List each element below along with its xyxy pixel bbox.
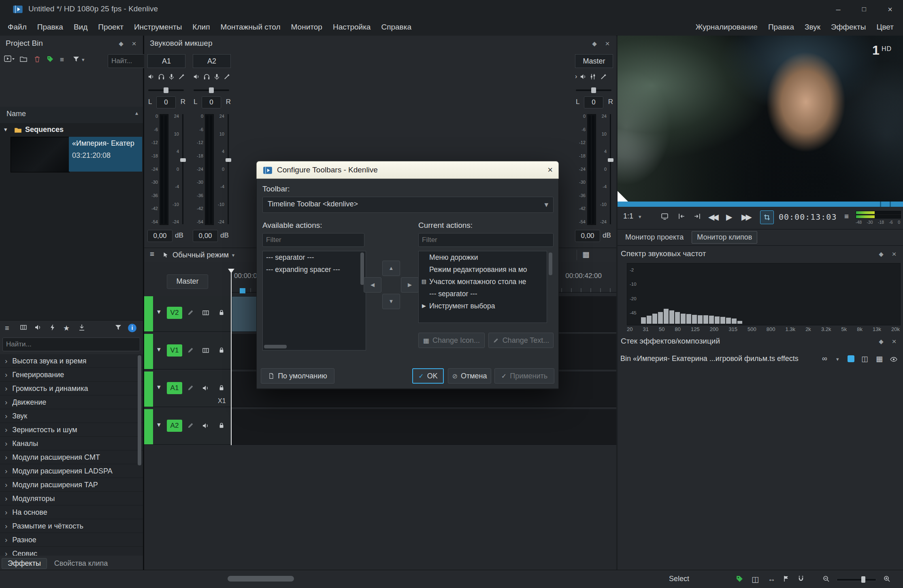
clip-thumbnail[interactable] bbox=[11, 137, 70, 172]
effect-category-row[interactable]: ›Сервис bbox=[0, 547, 143, 556]
tab-clip-properties[interactable]: Свойства клипа bbox=[49, 558, 113, 569]
track-name-badge[interactable]: A1 bbox=[167, 382, 182, 394]
track-target-strip[interactable] bbox=[144, 371, 153, 407]
track-lane[interactable] bbox=[231, 409, 616, 445]
track-name-badge[interactable]: V2 bbox=[167, 307, 182, 319]
zoom-chevron-icon[interactable]: ▾ bbox=[639, 214, 641, 220]
video-effects-icon[interactable] bbox=[19, 323, 28, 331]
track-collapse-icon[interactable]: ▾ bbox=[157, 383, 161, 391]
track-audio-icon[interactable] bbox=[202, 422, 210, 430]
track-header[interactable]: ▾ A1 X1 bbox=[144, 371, 231, 407]
track-lock-icon[interactable] bbox=[218, 422, 225, 429]
track-audio-icon[interactable] bbox=[202, 384, 210, 392]
close-button[interactable]: × bbox=[877, 0, 903, 19]
menu-hamburger-icon[interactable]: ≡ bbox=[60, 56, 64, 64]
rewind-button[interactable]: ◀◀ bbox=[708, 212, 717, 222]
bin-search-input[interactable] bbox=[108, 54, 147, 68]
menu-item[interactable]: Вид bbox=[68, 19, 93, 36]
track-lock-icon[interactable] bbox=[218, 384, 225, 391]
current-filter-input[interactable] bbox=[418, 233, 554, 247]
ok-button[interactable]: ✓ OK bbox=[412, 368, 444, 384]
track-edit-icon[interactable] bbox=[187, 384, 194, 391]
zone-in-icon[interactable] bbox=[677, 212, 686, 221]
track-collapse-icon[interactable]: ▾ bbox=[157, 345, 161, 354]
all-effects-icon[interactable]: ≡ bbox=[5, 324, 9, 333]
balance-slider[interactable] bbox=[148, 87, 184, 93]
move-up-button[interactable]: ▲ bbox=[382, 261, 400, 276]
track-edit-icon[interactable] bbox=[187, 422, 194, 429]
move-left-button[interactable]: ◀ bbox=[364, 277, 381, 293]
effect-category-row[interactable]: ›Модули расширения CMT bbox=[0, 450, 143, 464]
menu-item[interactable]: Цвет bbox=[871, 19, 899, 36]
menu-item[interactable]: Правка bbox=[763, 19, 799, 36]
change-text-button[interactable]: Change Text... bbox=[488, 333, 554, 348]
current-action-item[interactable]: Меню дорожки bbox=[419, 251, 547, 263]
effects-search-input[interactable] bbox=[2, 338, 140, 351]
bin-name-header[interactable]: Name ▴ bbox=[0, 107, 143, 123]
effect-category-row[interactable]: ›Размытие и чёткость bbox=[0, 519, 143, 533]
effect-category-row[interactable]: ›Движение bbox=[0, 395, 143, 409]
enable-effects-toggle[interactable] bbox=[848, 355, 854, 362]
effect-category-row[interactable]: ›Высота звука и время bbox=[0, 354, 143, 368]
menu-item[interactable]: Файл bbox=[2, 19, 32, 36]
split-compare-icon[interactable]: ◫ bbox=[861, 354, 868, 363]
master-effects-button[interactable]: Master bbox=[167, 274, 208, 289]
folder-row-sequences[interactable]: ▾ Sequences bbox=[0, 125, 143, 136]
zone-out-icon[interactable] bbox=[693, 212, 701, 221]
track-name-badge[interactable]: A2 bbox=[167, 420, 182, 432]
tab-clip-monitor[interactable]: Монитор клипов bbox=[692, 231, 757, 244]
dialog-close-icon[interactable]: × bbox=[547, 165, 553, 175]
mute-speaker-icon[interactable] bbox=[147, 73, 155, 81]
track-edit-icon[interactable] bbox=[187, 309, 194, 316]
available-list-hscrollbar[interactable] bbox=[264, 345, 287, 348]
volume-db-value[interactable]: 0,00 bbox=[575, 230, 600, 242]
view-mode-icon[interactable] bbox=[4, 55, 15, 63]
snap-magnet-icon[interactable] bbox=[797, 575, 805, 583]
filter-icon[interactable] bbox=[72, 55, 80, 63]
dialog-titlebar[interactable]: Configure Toolbars - Kdenlive × bbox=[256, 161, 559, 179]
current-action-item[interactable]: Режим редактирования на мо bbox=[419, 263, 547, 276]
float-panel-icon[interactable]: ◆ bbox=[115, 36, 127, 52]
balance-slider[interactable] bbox=[576, 87, 611, 93]
volume-db-value[interactable]: 0,00 bbox=[193, 230, 218, 242]
mute-speaker-icon[interactable] bbox=[579, 73, 587, 81]
video-frame[interactable]: 1 HD bbox=[618, 36, 903, 202]
expand-icon[interactable]: ▾ bbox=[4, 126, 7, 133]
track-target-strip[interactable] bbox=[144, 409, 153, 444]
mixer-toggle-icon[interactable]: ▦ bbox=[582, 250, 590, 259]
timeline-horizontal-scrollbar[interactable] bbox=[228, 576, 294, 582]
effect-category-row[interactable]: ›Громкость и динамика bbox=[0, 382, 143, 395]
balance-value[interactable]: 0 bbox=[584, 96, 603, 108]
menu-item[interactable]: Настройка bbox=[328, 19, 376, 36]
effect-category-row[interactable]: ›Модуляторы bbox=[0, 492, 143, 505]
menu-item[interactable]: Справка bbox=[376, 19, 417, 36]
available-action-item[interactable]: --- expanding spacer --- bbox=[263, 263, 366, 276]
tag-icon[interactable] bbox=[46, 55, 54, 63]
tab-project-monitor[interactable]: Монитор проекта bbox=[620, 231, 688, 243]
menu-item[interactable]: Журналирование bbox=[690, 19, 763, 36]
minimize-button[interactable]: – bbox=[825, 0, 851, 19]
timeline-zoom-slider[interactable] bbox=[837, 578, 876, 581]
volume-fader[interactable] bbox=[608, 114, 613, 224]
menu-item[interactable]: Правка bbox=[32, 19, 68, 36]
clip-row-selected[interactable]: «Империя- Екатер 03:21:20:08 bbox=[69, 137, 142, 172]
track-collapse-icon[interactable]: ▾ bbox=[157, 420, 161, 429]
change-icon-button[interactable]: ▦ Change Icon... bbox=[418, 333, 485, 348]
float-panel-icon[interactable]: ◆ bbox=[875, 333, 887, 350]
fader-handle[interactable] bbox=[608, 158, 613, 162]
close-panel-icon[interactable]: × bbox=[888, 246, 900, 262]
tag-icon[interactable] bbox=[735, 575, 744, 583]
favorites-star-icon[interactable]: ★ bbox=[63, 324, 70, 333]
custom-effects-icon[interactable] bbox=[49, 323, 57, 331]
titlebar[interactable]: Untitled */ HD 1080p 25 fps - Kdenlive –… bbox=[0, 0, 903, 19]
monitor-timecode[interactable]: 00:00:13:03 bbox=[779, 212, 837, 222]
track-header[interactable]: ▾ V1 bbox=[144, 334, 231, 369]
record-mic-icon[interactable] bbox=[168, 73, 175, 81]
effect-category-row[interactable]: ›Модули расширения TAP bbox=[0, 478, 143, 492]
effect-category-row[interactable]: ›Звук bbox=[0, 409, 143, 423]
toolbar-select-combo[interactable]: Timeline Toolbar <kdenlive> ▾ bbox=[262, 197, 554, 213]
split-view-icon[interactable]: ◫ bbox=[752, 575, 759, 584]
effects-wand-icon[interactable] bbox=[600, 73, 607, 81]
edit-mode-combo[interactable]: Обычный режим ▾ bbox=[162, 249, 234, 261]
zone-marker[interactable] bbox=[240, 288, 245, 293]
